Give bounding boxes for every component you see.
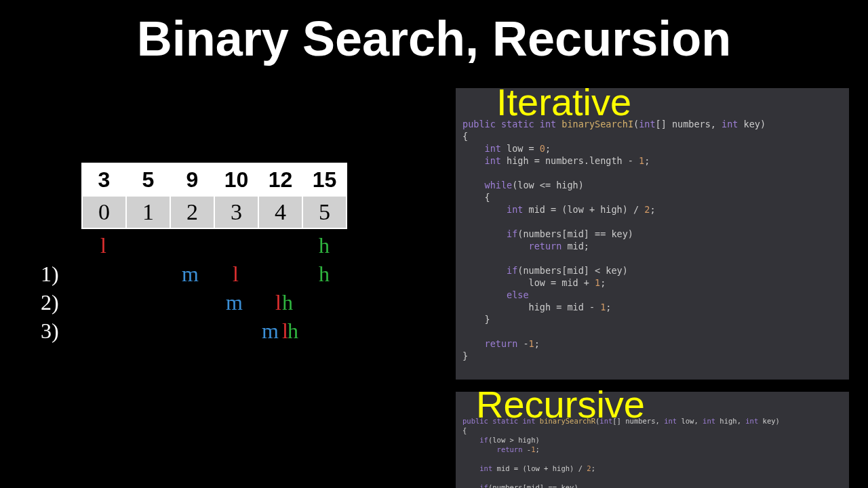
low-marker: l xyxy=(275,290,281,315)
mid-marker: m xyxy=(262,319,279,344)
arr-idx: 4 xyxy=(258,196,302,228)
step-label: 2) xyxy=(41,290,59,315)
array-values-row: 3 5 9 10 12 15 xyxy=(82,163,347,196)
recursive-code: Recursive public static int binarySearch… xyxy=(456,392,849,488)
arr-val: 5 xyxy=(126,163,170,196)
high-marker: h xyxy=(319,233,330,258)
arr-val: 3 xyxy=(82,163,126,196)
arr-val: 9 xyxy=(170,163,214,196)
trace-row-initial: l h xyxy=(41,233,420,262)
array-indices-row: 0 1 2 3 4 5 xyxy=(82,196,347,228)
array-table: 3 5 9 10 12 15 0 1 2 3 4 5 xyxy=(81,163,347,229)
mid-marker: m xyxy=(182,262,199,287)
step-label: 3) xyxy=(41,319,59,344)
iterative-overlay: Iterative xyxy=(496,96,631,108)
trace-row-2: 2) m l h xyxy=(41,290,420,319)
arr-val: 15 xyxy=(302,163,347,196)
fn-name: binarySearchR xyxy=(540,417,595,425)
arr-val: 10 xyxy=(214,163,258,196)
recursive-overlay: Recursive xyxy=(476,400,645,409)
arr-idx: 3 xyxy=(214,196,258,228)
arr-idx: 5 xyxy=(302,196,347,228)
iterative-code: Iterative public static int binarySearch… xyxy=(456,88,849,380)
high-marker: h xyxy=(319,262,330,287)
trace-row-3: 3) m l h xyxy=(41,319,420,347)
arr-idx: 2 xyxy=(170,196,214,228)
high-marker: h xyxy=(282,290,293,315)
arr-idx: 1 xyxy=(126,196,170,228)
step-label: 1) xyxy=(41,262,59,287)
fn-name: binarySearchI xyxy=(561,119,633,129)
trace-row-1: 1) m l h xyxy=(41,262,420,290)
arr-val: 12 xyxy=(258,163,302,196)
arr-idx: 0 xyxy=(82,196,126,228)
high-marker: h xyxy=(288,319,298,344)
code-panel: Iterative public static int binarySearch… xyxy=(456,88,849,488)
page-title: Binary Search, Recursion xyxy=(0,0,868,66)
trace-rows: l h 1) m l h 2) m l h 3) m l h xyxy=(41,233,420,347)
low-marker: l xyxy=(100,233,106,258)
trace-panel: 3 5 9 10 12 15 0 1 2 3 4 5 l h 1) m l h xyxy=(41,163,420,347)
mid-marker: m xyxy=(226,290,243,315)
low-marker: l xyxy=(233,262,239,287)
